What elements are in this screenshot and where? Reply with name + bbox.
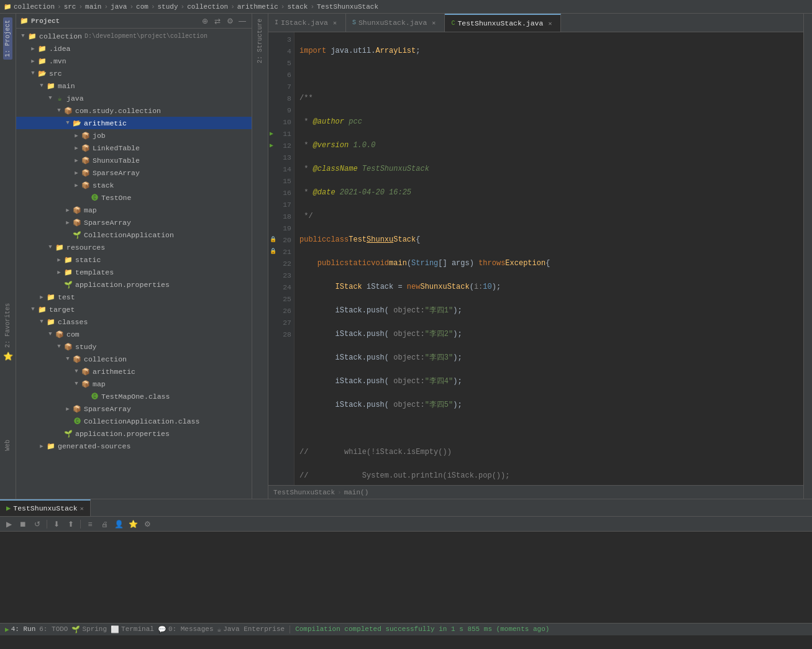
code-content[interactable]: import java.util.ArrayList; /** * @autho… [294, 32, 803, 485]
bc-main[interactable]: main() [344, 489, 369, 496]
layout-btn[interactable]: ⇄ [212, 16, 223, 27]
tree-item-classes[interactable]: ▼ 📁 classes [16, 315, 252, 328]
tree-item-src[interactable]: ▼ 📂 src [16, 67, 252, 79]
tool-messages[interactable]: 💬 0: Messages [158, 625, 214, 633]
bottom-tab-run[interactable]: ▶ TestShunxuStack ✕ [0, 499, 91, 516]
tree-item-arithmetic2[interactable]: ▼ 📦 arithmetic [16, 365, 252, 378]
code-line-4 [299, 69, 803, 81]
tab-shunxu[interactable]: S ShunxuStack.java ✕ [346, 14, 445, 32]
code-editor[interactable]: 3 4 5 6 7 8 9 10 ▶ 11 ▶ 12 1 [268, 32, 803, 485]
tree-item-target[interactable]: ▼ 📁 target [16, 303, 252, 315]
breadcrumb-collection[interactable]: collection [14, 3, 55, 11]
tree-root[interactable]: ▼ 📁 collection D:\development\project\co… [16, 30, 252, 42]
tree-item-sparsearray2[interactable]: ▶ 📦 SparseArray [16, 216, 252, 229]
project-folder-icon: 📁 [4, 3, 11, 11]
tree-item-study2[interactable]: ▼ 📦 study [16, 340, 252, 353]
person-btn[interactable]: 👤 [112, 518, 125, 530]
star-btn[interactable]: ⭐ [127, 518, 139, 530]
tree-item-java[interactable]: ▼ ☕ java [16, 92, 252, 104]
tool-java-enterprise[interactable]: ☕ Java Enterprise [217, 625, 285, 633]
tree-item-resources[interactable]: ▼ 📁 resources [16, 241, 252, 253]
favorites-label[interactable]: 2: Favorites [4, 303, 11, 348]
bottom-toolbar: ▶ ⏹ ↺ ⬇ ⬆ ≡ 🖨 👤 ⭐ ⚙ [0, 517, 812, 532]
tree-item-linkedtable[interactable]: ▶ 📦 LinkedTable [16, 142, 252, 154]
tree-item-com-study[interactable]: ▼ 📦 com.study.collection [16, 104, 252, 117]
tab-close-istack[interactable]: ✕ [331, 19, 339, 27]
line-num-15: 15 [271, 175, 291, 187]
stop-btn[interactable]: ⏹ [17, 518, 29, 530]
scroll-up-btn[interactable]: ⬆ [65, 518, 77, 530]
breadcrumb-testshunxu[interactable]: TestShunxuStack [317, 3, 378, 11]
minimize-btn[interactable]: — [237, 16, 248, 27]
tab-istack[interactable]: I IStack.java ✕ [268, 14, 346, 32]
run-icon: ▶ [5, 625, 9, 633]
wrap-btn[interactable]: ≡ [84, 518, 96, 530]
tab-testshunxu[interactable]: C TestShunxuStack.java ✕ [445, 14, 561, 32]
tool-run[interactable]: ▶ 4: Run [5, 625, 35, 633]
tool-terminal-label: Terminal [121, 625, 154, 633]
tree-item-appprops[interactable]: 🌱 application.properties [16, 278, 252, 291]
lock-icon-21: 🔒 [270, 246, 276, 258]
line-num-6: 6 [271, 69, 291, 81]
project-strip-label[interactable]: 1: Project [3, 17, 12, 60]
tree-item-job[interactable]: ▶ 📦 job [16, 129, 252, 142]
scroll-down-btn[interactable]: ⬇ [50, 518, 63, 530]
tree-item-generated-sources[interactable]: ▶ 📁 generated-sources [16, 440, 252, 452]
tree-item-collection2[interactable]: ▼ 📦 collection [16, 353, 252, 365]
tree-item-appprops2[interactable]: 🌱 application.properties [16, 427, 252, 440]
tree-item-test[interactable]: ▶ 📁 test [16, 291, 252, 303]
tree-item-sparsearray3[interactable]: ▶ 📦 SparseArray [16, 402, 252, 415]
tree-item-map2[interactable]: ▼ 📦 map [16, 378, 252, 390]
run-tab-close[interactable]: ✕ [80, 505, 84, 512]
tree-item-arithmetic[interactable]: ▼ 📂 arithmetic [16, 117, 252, 129]
breadcrumb-main[interactable]: main [85, 3, 101, 11]
tool-terminal[interactable]: ⬜ Terminal [111, 625, 154, 633]
tree-item-shunxutable[interactable]: ▶ 📦 ShunxuTable [16, 154, 252, 166]
breadcrumb-com[interactable]: com [136, 3, 148, 11]
tree-item-main[interactable]: ▼ 📁 main [16, 79, 252, 92]
tool-spring-label: Spring [82, 625, 107, 633]
structure-label[interactable]: 2: Structure [257, 19, 263, 63]
sync-btn[interactable]: ⊕ [199, 16, 211, 27]
tree-item-collectionappclass[interactable]: 🅒 CollectionApplication.class [16, 415, 252, 427]
status-bar: ▶ 4: Run 6: TODO 🌱 Spring ⬜ Terminal 💬 0… [0, 623, 812, 635]
run-tab-icon: ▶ [6, 504, 11, 513]
tree-item-testmapone[interactable]: 🅒 TestMapOne.class [16, 390, 252, 402]
web-label[interactable]: Web [4, 440, 11, 451]
breadcrumb-arithmetic[interactable]: arithmetic [237, 3, 278, 11]
breadcrumb-stack[interactable]: stack [287, 3, 308, 11]
fav-icon-star[interactable]: ⭐ [3, 352, 13, 361]
tool-spring[interactable]: 🌱 Spring [71, 625, 107, 633]
tree-item-templates[interactable]: ▶ 📁 templates [16, 266, 252, 278]
tree-item-testone[interactable]: 🅒 TestOne [16, 191, 252, 204]
run-btn[interactable]: ▶ [2, 518, 15, 530]
breadcrumb-study[interactable]: study [158, 3, 178, 11]
tree-item-idea[interactable]: ▶ 📁 .idea [16, 42, 252, 55]
tree-item-com2[interactable]: ▼ 📦 com [16, 328, 252, 340]
settings-btn2[interactable]: ⚙ [141, 518, 153, 530]
project-tree[interactable]: ▼ 📁 collection D:\development\project\co… [16, 29, 252, 499]
run-marker-11: ▶ [270, 128, 273, 140]
tree-item-sparsearray1[interactable]: ▶ 📦 SparseArray [16, 166, 252, 179]
rerun-btn[interactable]: ↺ [31, 518, 43, 530]
breadcrumb-java[interactable]: java [111, 3, 127, 11]
tree-item-static[interactable]: ▶ 📁 static [16, 253, 252, 266]
print-btn[interactable]: 🖨 [98, 518, 111, 530]
tab-close-testshunxu[interactable]: ✕ [545, 19, 554, 28]
bc-testshunxu[interactable]: TestShunxuStack [273, 489, 335, 496]
breadcrumb-collection2[interactable]: collection [187, 3, 228, 11]
tree-item-stack[interactable]: ▶ 📦 stack [16, 179, 252, 191]
tree-item-map[interactable]: ▶ 📦 map [16, 204, 252, 216]
breadcrumb-src[interactable]: src [64, 3, 76, 11]
settings-btn[interactable]: ⚙ [224, 16, 235, 27]
panel-header: 📁 Project ⊕ ⇄ ⚙ — [16, 14, 252, 29]
code-line-19 [299, 423, 803, 435]
code-line-13: IStack iStack = new ShunxuStack(i: 10); [299, 281, 803, 293]
tree-item-mvn[interactable]: ▶ 📁 .mvn [16, 55, 252, 67]
tab-close-shunxu[interactable]: ✕ [429, 19, 438, 27]
tree-item-collectionapp[interactable]: 🌱 CollectionApplication [16, 229, 252, 241]
tool-todo[interactable]: 6: TODO [39, 625, 68, 633]
tab-label-testshunxu: TestShunxuStack.java [457, 19, 543, 27]
tab-bar: I IStack.java ✕ S ShunxuStack.java ✕ C T… [268, 14, 803, 32]
project-panel: 📁 Project ⊕ ⇄ ⚙ — ▼ 📁 collection D:\deve… [16, 14, 252, 499]
